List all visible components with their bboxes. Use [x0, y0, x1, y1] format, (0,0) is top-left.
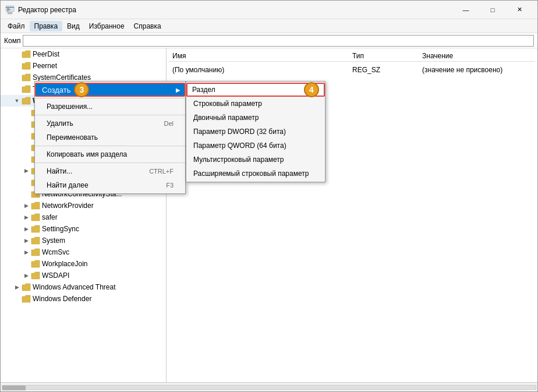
right-panel-header: Имя Тип Значение	[169, 51, 535, 62]
expander-wsdapi: ▶	[22, 271, 31, 280]
find-label: Найти...	[47, 167, 72, 175]
expander-ipsec: ▶	[22, 166, 31, 175]
svg-rect-5	[8, 12, 12, 14]
expander-windefender	[12, 294, 22, 303]
tree-item-peerdist[interactable]: PeerDist	[1, 48, 166, 60]
val-name-default: (По умолчанию)	[169, 65, 349, 75]
tree-item-peernet[interactable]: Peernet	[1, 60, 166, 72]
tree-item-safer[interactable]: ▶ safer	[1, 211, 166, 223]
edit-dropdown-menu[interactable]: Создать 3 ▶ Разрешения... Удалить Del Пе…	[34, 81, 186, 194]
col-type-header: Тип	[349, 51, 419, 61]
tree-label-workplacejoin: WorkplaceJoin	[42, 260, 87, 268]
find-next-label: Найти далее	[47, 181, 89, 189]
tree-item-windefender[interactable]: Windows Defender	[1, 293, 166, 305]
minimize-button[interactable]: —	[452, 1, 479, 19]
close-button[interactable]: ✕	[506, 1, 533, 19]
tree-label-netprovider: NetworkProvider	[42, 202, 94, 210]
tree-label-windefender: Windows Defender	[33, 295, 91, 303]
step-3-badge: 3	[74, 82, 89, 97]
svg-rect-1	[6, 7, 14, 8]
folder-icon-wcmsvc	[31, 248, 40, 256]
menu-item-find-next[interactable]: Найти далее F3	[35, 178, 185, 192]
folder-icon-windefender	[22, 295, 31, 303]
menu-bar: Файл Правка Вид Избранное Справка	[1, 19, 537, 33]
menu-item-rename[interactable]: Переименовать	[35, 130, 185, 144]
rename-label: Переименовать	[47, 133, 98, 142]
tree-label-syscerts: SystemCertificates	[33, 73, 91, 82]
tree-label-safer: safer	[42, 213, 58, 221]
expander-enhancedstorage	[22, 154, 31, 164]
menu-item-create[interactable]: Создать 3 ▶	[35, 83, 185, 97]
separator-3	[35, 146, 185, 146]
menu-item-find[interactable]: Найти... CTRL+F	[35, 164, 185, 178]
permissions-label: Разрешения...	[47, 103, 93, 111]
address-input[interactable]	[23, 35, 534, 47]
create-label: Создать	[42, 86, 70, 94]
svg-rect-3	[7, 9, 10, 10]
folder-icon-wsdapi	[31, 271, 40, 280]
title-bar: Редактор реестра — □ ✕	[1, 1, 537, 19]
folder-icon-windows	[22, 97, 31, 105]
folder-icon-peerdist	[22, 50, 31, 58]
tree-item-workplacejoin[interactable]: WorkplaceJoin	[1, 258, 166, 270]
val-value-default: (значение не присвоено)	[419, 65, 535, 75]
svg-rect-4	[7, 10, 9, 11]
window-title: Редактор реестра	[18, 6, 452, 14]
tree-item-netprovider[interactable]: ▶ NetworkProvider	[1, 200, 166, 211]
folder-icon-workplacejoin	[31, 260, 40, 268]
folder-icon-tpm	[22, 85, 31, 93]
bottom-scrollbar[interactable]	[1, 382, 537, 391]
tree-item-winadthreat[interactable]: ▶ Windows Advanced Threat	[1, 281, 166, 293]
expander-appx	[22, 108, 31, 117]
tree-item-wcmsvc[interactable]: ▶ WcmSvc	[1, 246, 166, 258]
menu-item-permissions[interactable]: Разрешения...	[35, 100, 185, 114]
menu-favorites[interactable]: Избранное	[84, 21, 129, 31]
expander-safer: ▶	[22, 213, 31, 222]
expander-peerdist	[12, 50, 22, 59]
expander-datacollection	[22, 143, 31, 152]
menu-item-copy-key[interactable]: Копировать имя раздела	[35, 147, 185, 161]
expander-winadthreat: ▶	[12, 282, 22, 292]
menu-item-delete[interactable]: Удалить Del	[35, 116, 185, 130]
expander-settingsync: ▶	[22, 224, 31, 234]
tree-item-settingsync[interactable]: ▶ SettingSync	[1, 223, 166, 235]
menu-edit[interactable]: Правка	[30, 21, 63, 31]
right-row-default[interactable]: (По умолчанию) REG_SZ (значение не присв…	[169, 64, 535, 76]
maximize-button[interactable]: □	[479, 1, 506, 19]
tree-label-system: System	[42, 236, 65, 245]
folder-icon-netprovider	[31, 202, 40, 210]
menu-view[interactable]: Вид	[62, 21, 84, 31]
expander-currentversion	[22, 131, 31, 140]
expander-peernet	[12, 61, 22, 70]
expander-netprovider: ▶	[22, 201, 31, 210]
expander-netconn	[22, 178, 31, 187]
expander-tpm	[12, 84, 22, 94]
expander-wcmsvc: ▶	[22, 248, 31, 257]
svg-rect-2	[7, 8, 9, 9]
registry-editor-window: Редактор реестра — □ ✕ Файл Правка Вид И…	[0, 0, 538, 392]
delete-shortcut: Del	[164, 120, 174, 127]
col-val-header: Значение	[419, 51, 535, 61]
address-label: Комп	[4, 37, 20, 45]
tree-item-wsdapi[interactable]: ▶ WSDAPI	[1, 270, 166, 281]
right-panel: Имя Тип Значение (По умолчанию) REG_SZ (…	[167, 48, 537, 382]
expander-bits	[22, 119, 31, 129]
separator-2	[35, 115, 185, 115]
expander-netconnstat	[22, 189, 31, 199]
tree-label-wcmsvc: WcmSvc	[42, 248, 69, 256]
copy-key-label: Копировать имя раздела	[47, 150, 127, 158]
expander-syscerts	[12, 73, 22, 82]
folder-icon-safer	[31, 213, 40, 221]
address-bar: Комп	[1, 33, 537, 48]
separator-4	[35, 163, 185, 163]
tree-item-system[interactable]: ▶ System	[1, 235, 166, 246]
delete-label: Удалить	[47, 119, 73, 128]
expander-workplacejoin	[22, 259, 31, 269]
window-controls: — □ ✕	[452, 1, 533, 19]
tree-label-peerdist: PeerDist	[33, 50, 59, 58]
main-content: PeerDist Peernet SystemCertificates	[1, 48, 537, 382]
tree-label-peernet: Peernet	[33, 62, 57, 70]
menu-file[interactable]: Файл	[3, 21, 30, 31]
menu-help[interactable]: Справка	[129, 21, 166, 31]
folder-icon-winadthreat	[22, 283, 31, 291]
